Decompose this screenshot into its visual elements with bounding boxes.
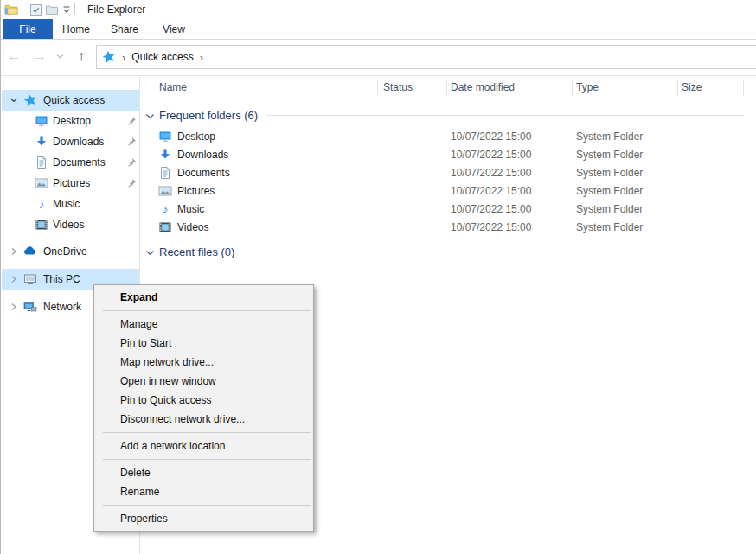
explorer-app-icon: [3, 3, 19, 16]
column-separator[interactable]: [743, 80, 744, 96]
pin-icon[interactable]: [126, 157, 137, 168]
pin-icon[interactable]: [126, 116, 137, 126]
column-separator[interactable]: [377, 80, 378, 96]
titlebar-separator: [74, 3, 75, 15]
cell-name: Downloads: [177, 149, 228, 161]
column-header-size[interactable]: Size: [682, 81, 702, 93]
cell-date-modified: 10/07/2022 15:00: [451, 185, 531, 197]
chevron-collapsed-icon[interactable]: [9, 246, 19, 257]
group-header-label: Frequent folders (6): [159, 109, 258, 122]
cell-type: System Folder: [576, 167, 643, 179]
cell-name: Documents: [177, 167, 230, 179]
menu-separator: [103, 432, 311, 433]
column-separator[interactable]: [677, 80, 678, 96]
menu-item-add-network-location[interactable]: Add a network location: [94, 436, 313, 455]
menu-item-disconnect-network-drive[interactable]: Disconnect network drive...: [94, 410, 313, 429]
back-button[interactable]: ←: [4, 46, 23, 67]
menu-item-expand[interactable]: Expand: [94, 288, 313, 307]
breadcrumb-quick-access[interactable]: Quick access: [131, 51, 193, 63]
sidebar-item-desktop[interactable]: Desktop: [2, 111, 139, 131]
pin-icon[interactable]: [126, 178, 137, 188]
music-icon: ♪: [35, 197, 48, 211]
pictures-icon: [35, 176, 48, 190]
cell-date-modified: 10/07/2022 15:00: [451, 149, 531, 161]
column-separator[interactable]: [572, 80, 573, 96]
ribbon-tab-bar: File Home Share View: [1, 19, 756, 40]
cell-name: Videos: [177, 221, 208, 233]
file-row-videos[interactable]: Videos 10/07/2022 15:00 System Folder: [140, 219, 756, 237]
window-title: File Explorer: [87, 3, 145, 16]
titlebar: File Explorer: [1, 0, 756, 19]
up-arrow-icon: ↑: [78, 49, 85, 63]
file-row-music[interactable]: ♪ Music 10/07/2022 15:00 System Folder: [140, 201, 756, 219]
recent-locations-button[interactable]: [53, 46, 67, 67]
column-header-date-modified[interactable]: Date modified: [451, 81, 515, 93]
group-header-frequent-folders[interactable]: Frequent folders (6): [140, 106, 756, 124]
forward-button[interactable]: →: [30, 46, 49, 67]
sidebar-label: Pictures: [53, 177, 90, 189]
column-header-name[interactable]: Name: [159, 81, 187, 93]
menu-item-map-network-drive[interactable]: Map network drive...: [94, 353, 313, 372]
cell-type: System Folder: [576, 203, 643, 215]
up-button[interactable]: ↑: [72, 46, 91, 67]
sidebar-label: Quick access: [43, 94, 105, 106]
desktop-icon: [35, 114, 48, 128]
pin-icon[interactable]: [126, 137, 137, 147]
group-header-label: Recent files (0): [159, 245, 234, 258]
tab-home[interactable]: Home: [54, 19, 98, 39]
desktop-icon: [158, 130, 172, 143]
chevron-collapsed-icon[interactable]: [9, 274, 19, 284]
menu-separator: [103, 459, 311, 460]
breadcrumb-chevron-icon: ›: [122, 51, 125, 64]
sidebar-item-downloads[interactable]: Downloads: [2, 131, 139, 152]
cell-type: System Folder: [576, 221, 643, 233]
new-folder-icon: [46, 4, 58, 15]
sidebar-item-music[interactable]: ♪ Music: [2, 194, 139, 214]
sidebar-item-pictures[interactable]: Pictures: [2, 173, 139, 194]
menu-item-pin-to-start[interactable]: Pin to Start: [94, 334, 313, 353]
music-icon: ♪: [158, 202, 172, 216]
menu-item-pin-to-quick-access[interactable]: Pin to Quick access: [94, 391, 313, 410]
column-header-status[interactable]: Status: [383, 81, 413, 93]
column-header-type[interactable]: Type: [576, 81, 599, 93]
group-header-rule: [266, 115, 744, 116]
file-row-desktop[interactable]: Desktop 10/07/2022 15:00 System Folder: [140, 128, 756, 146]
sidebar-label: This PC: [43, 273, 80, 285]
menu-item-delete[interactable]: Delete: [94, 463, 313, 482]
qat-customize-button[interactable]: [59, 3, 74, 16]
file-row-documents[interactable]: Documents 10/07/2022 15:00 System Folder: [140, 164, 756, 182]
menu-item-properties[interactable]: Properties: [94, 509, 313, 528]
cell-name: Desktop: [177, 131, 215, 143]
menu-item-manage[interactable]: Manage: [94, 315, 313, 334]
chevron-collapsed-icon[interactable]: [9, 302, 19, 312]
tab-view[interactable]: View: [151, 19, 196, 39]
navigation-bar: ← → ↑ › Quick access ›: [1, 40, 756, 76]
sidebar-item-quick-access[interactable]: Quick access: [2, 90, 139, 111]
sidebar-item-videos[interactable]: Videos: [2, 214, 139, 235]
address-bar[interactable]: › Quick access ›: [96, 45, 756, 69]
chevron-expanded-icon[interactable]: [9, 95, 19, 105]
sidebar-label: Network: [43, 301, 81, 313]
tab-share[interactable]: Share: [101, 19, 148, 39]
tab-file[interactable]: File: [3, 19, 53, 39]
qat-new-folder-button[interactable]: [44, 3, 60, 16]
qat-properties-button[interactable]: [28, 3, 43, 16]
menu-item-open-in-new-window[interactable]: Open in new window: [94, 372, 313, 391]
cell-date-modified: 10/07/2022 15:00: [451, 167, 531, 179]
column-separator[interactable]: [446, 80, 447, 96]
properties-check-icon: [30, 4, 42, 16]
cell-date-modified: 10/07/2022 15:00: [451, 221, 531, 233]
cell-type: System Folder: [576, 131, 643, 143]
chevron-down-icon: [61, 5, 72, 15]
group-header-recent-files[interactable]: Recent files (0): [140, 243, 756, 260]
cell-name: Music: [177, 203, 204, 215]
file-row-pictures[interactable]: Pictures 10/07/2022 15:00 System Folder: [140, 182, 756, 201]
sidebar-item-documents[interactable]: Documents: [2, 152, 139, 173]
file-row-downloads[interactable]: Downloads 10/07/2022 15:00 System Folder: [140, 146, 756, 164]
network-icon: [23, 300, 37, 314]
menu-item-rename[interactable]: Rename: [94, 482, 313, 501]
sidebar-item-onedrive[interactable]: OneDrive: [2, 241, 139, 262]
cell-date-modified: 10/07/2022 15:00: [451, 203, 531, 215]
this-pc-context-menu: Expand Manage Pin to Start Map network d…: [93, 284, 314, 532]
menu-separator: [103, 505, 311, 506]
